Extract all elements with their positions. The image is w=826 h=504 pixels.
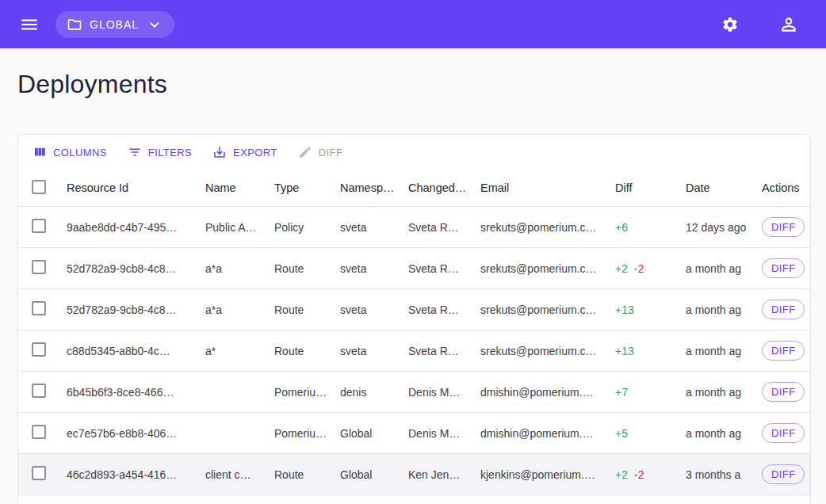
settings-button[interactable] [717,11,744,38]
table-row[interactable]: 6b45b6f3-8ce8-466… Pomeriu… denis Denis … [18,372,810,413]
diff-added: +13 [615,304,634,316]
row-checkbox-cell [18,219,67,235]
row-diff-button[interactable]: DIFF [762,341,805,361]
table-row[interactable]: 52d782a9-9cb8-4c8… a*a Route sveta Sveta… [18,289,810,330]
diff-added: +6 [615,221,628,234]
cell-email: srekuts@pomerium.c… [480,221,615,234]
table-row[interactable]: 9aabe8dd-c4b7-495… Public A… Policy svet… [18,207,810,248]
cell-name: a*a [205,304,274,316]
header-diff[interactable]: Diff [615,181,686,194]
header-changed-by[interactable]: Changed… [408,181,480,194]
folder-icon [67,17,82,32]
cell-type: Route [274,468,340,481]
table-row[interactable]: ec7e57b6-e8b8-406… Pomeriu… Global Denis… [18,413,810,454]
cell-type: Pomeriu… [274,386,340,399]
row-checkbox[interactable] [32,425,46,439]
cell-diff: +5 [615,427,686,440]
cell-actions: DIFF [762,382,810,402]
filter-icon [128,145,142,159]
cell-type: Route [274,262,340,275]
header-type[interactable]: Type [274,181,340,194]
cell-actions: DIFF [762,300,810,319]
diff-added: +2 [615,468,628,481]
row-checkbox[interactable] [32,260,46,274]
table-row[interactable]: 52d782a9-9cb8-4c8… a*a Route sveta Sveta… [18,248,810,289]
row-diff-button[interactable]: DIFF [762,300,805,319]
row-checkbox[interactable] [32,219,46,233]
diff-toolbar-button[interactable]: DIFF [290,140,350,164]
row-checkbox[interactable] [32,301,46,315]
cell-date: a month ag [686,345,762,357]
namespace-selector[interactable]: GLOBAL [55,11,174,38]
diff-added: +7 [615,386,628,399]
filters-button[interactable]: FILTERS [120,140,200,164]
row-diff-button[interactable]: DIFF [762,258,805,278]
columns-label: COLUMNS [53,147,107,158]
header-email[interactable]: Email [480,181,615,194]
row-checkbox[interactable] [32,384,46,398]
cell-date: a month ag [686,427,762,440]
header-namespace[interactable]: Namesp… [340,181,408,194]
table-row[interactable]: c88d5345-a8b0-4c… a* Route sveta Sveta R… [18,330,810,372]
cell-email: srekuts@pomerium.c… [480,262,615,275]
gear-icon [721,16,739,33]
header-actions: Actions [762,181,810,194]
table-row[interactable]: 46c2d893-a454-416… client c… Route Globa… [18,454,810,495]
cell-changed-by: Denis M… [408,427,480,440]
select-all-checkbox[interactable] [32,180,46,194]
columns-button[interactable]: COLUMNS [25,140,115,164]
cell-name: a* [205,345,274,357]
cell-changed-by: Ken Jen… [408,468,480,481]
cell-email: srekuts@pomerium.c… [480,345,615,357]
menu-button[interactable] [14,10,44,40]
appbar-actions [717,10,812,40]
app-bar: GLOBAL [0,0,826,48]
cell-changed-by: Sveta R… [408,262,480,275]
cell-resource-id: 52d782a9-9cb8-4c8… [67,304,205,316]
row-checkbox-cell [18,301,67,318]
row-checkbox[interactable] [32,342,46,357]
cell-type: Policy [274,221,340,234]
header-date[interactable]: Date [686,181,762,194]
row-diff-button[interactable]: DIFF [762,217,805,237]
cell-actions: DIFF [762,258,810,278]
cell-diff: +2 -2 [615,262,686,275]
export-label: EXPORT [233,147,277,158]
cell-name: a*a [205,262,274,275]
cell-namespace: sveta [340,304,408,316]
cell-namespace: sveta [340,262,408,275]
pencil-icon [298,145,312,159]
deployments-table: Resource Id Name Type Namesp… Changed… E… [18,170,810,495]
cell-actions: DIFF [762,217,810,237]
cell-resource-id: ec7e57b6-e8b8-406… [67,427,205,440]
cell-resource-id: 46c2d893-a454-416… [67,468,205,481]
cell-changed-by: Sveta R… [408,221,480,234]
row-diff-button[interactable]: DIFF [762,464,805,484]
row-checkbox-cell [18,260,67,277]
diff-toolbar-label: DIFF [319,147,342,158]
cell-type: Pomeriu… [274,427,340,440]
cell-changed-by: Sveta R… [408,345,480,357]
namespace-label: GLOBAL [90,18,139,31]
row-diff-button[interactable]: DIFF [762,423,805,443]
cell-resource-id: 52d782a9-9cb8-4c8… [67,262,205,275]
header-resource-id[interactable]: Resource Id [67,181,205,194]
cell-namespace: Global [340,427,408,440]
table-header-row: Resource Id Name Type Namesp… Changed… E… [18,170,810,207]
row-diff-button[interactable]: DIFF [762,382,805,402]
cell-email: dmishin@pomerium.… [480,386,615,399]
cell-name: Public A… [205,221,274,234]
diff-removed: -2 [634,468,644,481]
account-button[interactable] [774,10,804,40]
cell-name: client c… [205,468,274,481]
columns-icon [33,145,47,159]
export-button[interactable]: EXPORT [205,140,285,164]
row-checkbox[interactable] [32,466,46,480]
cell-namespace: Global [340,468,408,481]
cell-email: srekuts@pomerium.c… [480,304,615,316]
cell-date: a month ag [686,386,762,399]
header-name[interactable]: Name [205,181,274,194]
cell-diff: +13 [615,304,686,316]
cell-diff: +7 [615,386,686,399]
cell-date: a month ag [686,262,762,275]
